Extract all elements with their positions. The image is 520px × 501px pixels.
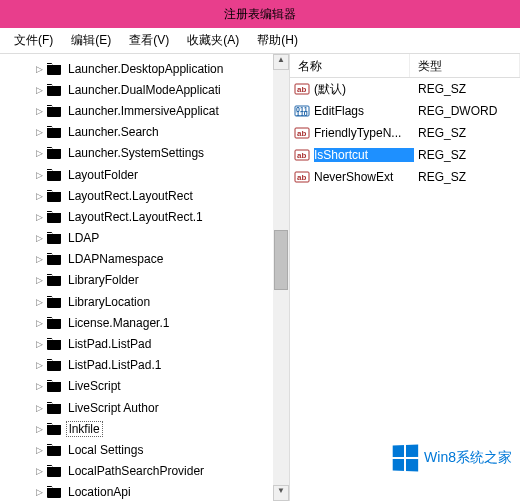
disclosure-triangle-icon[interactable]: ▷: [34, 318, 44, 328]
tree-item-label: LibraryFolder: [66, 273, 141, 287]
menu-view[interactable]: 查看(V): [121, 28, 177, 53]
tree-item[interactable]: ▷LibraryFolder: [0, 270, 289, 291]
value-row[interactable]: abFriendlyTypeN...REG_SZ: [290, 122, 520, 144]
tree-item-label: LiveScript Author: [66, 401, 161, 415]
tree-item[interactable]: ▷LayoutRect.LayoutRect: [0, 185, 289, 206]
disclosure-triangle-icon[interactable]: ▷: [34, 106, 44, 116]
watermark: Win8系统之家: [392, 445, 512, 471]
folder-icon: [46, 210, 62, 224]
scroll-track[interactable]: [273, 70, 289, 485]
tree-item[interactable]: ▷Launcher.SystemSettings: [0, 143, 289, 164]
tree-item[interactable]: ▷ListPad.ListPad.1: [0, 355, 289, 376]
tree-item-label: LayoutRect.LayoutRect: [66, 189, 195, 203]
title-bar: 注册表编辑器: [0, 0, 520, 28]
tree-item-label: LayoutFolder: [66, 168, 140, 182]
tree-item[interactable]: ▷LDAPNamespace: [0, 249, 289, 270]
tree-item[interactable]: ▷LibraryLocation: [0, 291, 289, 312]
tree-item-label: Launcher.DualModeApplicati: [66, 83, 223, 97]
tree-item[interactable]: ▷Local Settings: [0, 439, 289, 460]
tree-item[interactable]: ▷Launcher.DesktopApplication: [0, 58, 289, 79]
tree-item-label: License.Manager.1: [66, 316, 171, 330]
value-row[interactable]: abIsShortcutREG_SZ: [290, 144, 520, 166]
disclosure-triangle-icon[interactable]: ▷: [34, 339, 44, 349]
disclosure-triangle-icon[interactable]: ▷: [34, 233, 44, 243]
disclosure-triangle-icon[interactable]: ▷: [34, 148, 44, 158]
disclosure-triangle-icon[interactable]: ▷: [34, 212, 44, 222]
tree-item[interactable]: ▷LocalPathSearchProvider: [0, 461, 289, 482]
folder-icon: [46, 443, 62, 457]
tree-item[interactable]: ▷lnkfile: [0, 418, 289, 439]
tree-item-label: LDAPNamespace: [66, 252, 165, 266]
value-name: EditFlags: [314, 104, 414, 118]
value-name: (默认): [314, 81, 414, 98]
value-name: NeverShowExt: [314, 170, 414, 184]
menu-edit[interactable]: 编辑(E): [63, 28, 119, 53]
menu-bar: 文件(F) 编辑(E) 查看(V) 收藏夹(A) 帮助(H): [0, 28, 520, 54]
tree-item[interactable]: ▷LiveScript Author: [0, 397, 289, 418]
disclosure-triangle-icon[interactable]: ▷: [34, 85, 44, 95]
menu-help[interactable]: 帮助(H): [249, 28, 306, 53]
disclosure-triangle-icon[interactable]: ▷: [34, 381, 44, 391]
disclosure-triangle-icon[interactable]: ▷: [34, 360, 44, 370]
disclosure-triangle-icon[interactable]: ▷: [34, 403, 44, 413]
tree-item[interactable]: ▷Launcher.ImmersiveApplicat: [0, 100, 289, 121]
column-header-type[interactable]: 类型: [410, 54, 520, 77]
tree-item[interactable]: ▷LayoutFolder: [0, 164, 289, 185]
tree-item-label: LiveScript: [66, 379, 123, 393]
disclosure-triangle-icon[interactable]: ▷: [34, 466, 44, 476]
tree-item[interactable]: ▷Launcher.Search: [0, 122, 289, 143]
tree-item-label: Launcher.Search: [66, 125, 161, 139]
tree-item[interactable]: ▷LayoutRect.LayoutRect.1: [0, 206, 289, 227]
windows-logo-icon: [393, 445, 418, 472]
disclosure-triangle-icon[interactable]: ▷: [34, 424, 44, 434]
tree-item[interactable]: ▷ListPad.ListPad: [0, 333, 289, 354]
value-type: REG_SZ: [414, 170, 520, 184]
value-rows: ab(默认)REG_SZ011110EditFlagsREG_DWORDabFr…: [290, 78, 520, 188]
column-header-name[interactable]: 名称: [290, 54, 410, 77]
reg-binary-icon: 011110: [294, 103, 310, 119]
folder-icon: [46, 104, 62, 118]
value-type: REG_SZ: [414, 148, 520, 162]
folder-icon: [46, 273, 62, 287]
tree-item-label: ListPad.ListPad.1: [66, 358, 163, 372]
value-name: FriendlyTypeN...: [314, 126, 414, 140]
svg-text:ab: ab: [297, 129, 306, 138]
folder-icon: [46, 358, 62, 372]
tree-item-label: LocalPathSearchProvider: [66, 464, 206, 478]
folder-icon: [46, 316, 62, 330]
tree-item-label: lnkfile: [66, 421, 103, 437]
tree-item[interactable]: ▷Launcher.DualModeApplicati: [0, 79, 289, 100]
disclosure-triangle-icon[interactable]: ▷: [34, 445, 44, 455]
value-row[interactable]: abNeverShowExtREG_SZ: [290, 166, 520, 188]
folder-icon: [46, 337, 62, 351]
tree-list[interactable]: ▷Launcher.DesktopApplication▷Launcher.Du…: [0, 54, 289, 501]
disclosure-triangle-icon[interactable]: ▷: [34, 64, 44, 74]
content-area: ▷Launcher.DesktopApplication▷Launcher.Du…: [0, 54, 520, 501]
disclosure-triangle-icon[interactable]: ▷: [34, 297, 44, 307]
scroll-thumb[interactable]: [274, 230, 288, 290]
tree-item[interactable]: ▷License.Manager.1: [0, 312, 289, 333]
folder-icon: [46, 62, 62, 76]
disclosure-triangle-icon[interactable]: ▷: [34, 487, 44, 497]
tree-item-label: LayoutRect.LayoutRect.1: [66, 210, 205, 224]
tree-pane: ▷Launcher.DesktopApplication▷Launcher.Du…: [0, 54, 290, 501]
tree-item[interactable]: ▷LDAP: [0, 228, 289, 249]
value-row[interactable]: 011110EditFlagsREG_DWORD: [290, 100, 520, 122]
disclosure-triangle-icon[interactable]: ▷: [34, 170, 44, 180]
folder-icon: [46, 125, 62, 139]
value-type: REG_SZ: [414, 126, 520, 140]
value-row[interactable]: ab(默认)REG_SZ: [290, 78, 520, 100]
tree-item[interactable]: ▷LocationApi: [0, 482, 289, 501]
tree-item[interactable]: ▷LiveScript: [0, 376, 289, 397]
disclosure-triangle-icon[interactable]: ▷: [34, 275, 44, 285]
menu-favorites[interactable]: 收藏夹(A): [179, 28, 247, 53]
scrollbar[interactable]: ▲ ▼: [273, 54, 289, 501]
disclosure-triangle-icon[interactable]: ▷: [34, 191, 44, 201]
scroll-up-button[interactable]: ▲: [273, 54, 289, 70]
disclosure-triangle-icon[interactable]: ▷: [34, 127, 44, 137]
menu-file[interactable]: 文件(F): [6, 28, 61, 53]
svg-text:ab: ab: [297, 151, 306, 160]
scroll-down-button[interactable]: ▼: [273, 485, 289, 501]
reg-string-icon: ab: [294, 169, 310, 185]
disclosure-triangle-icon[interactable]: ▷: [34, 254, 44, 264]
